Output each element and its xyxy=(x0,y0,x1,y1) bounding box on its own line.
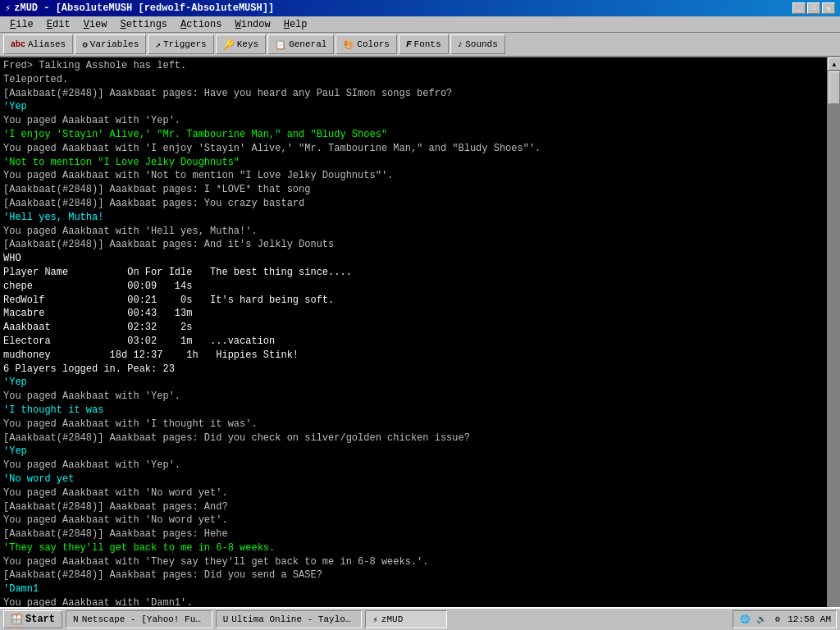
chat-wrapper: Fred> Talking Asshole has left.Teleporte… xyxy=(0,57,840,630)
toolbar-aliases-button[interactable]: abc Aliases xyxy=(3,34,73,54)
menu-actions[interactable]: Actions xyxy=(174,17,228,32)
title-bar-left: ⚡ zMUD - [AbsoluteMUSH [redwolf-Absolute… xyxy=(5,2,274,15)
zmud-label: zMUD xyxy=(381,614,403,624)
chat-line: Fred> Talking Asshole has left. xyxy=(3,59,824,73)
chat-line: [Aaakbaat(#2848)] Aaakbaat pages: Hehe xyxy=(3,527,824,541)
system-tray: 🌐 🔊 ⚙ 12:58 AM xyxy=(733,610,837,628)
aliases-label: Aliases xyxy=(28,39,66,49)
scroll-thumb[interactable] xyxy=(829,71,840,104)
toolbar-keys-button[interactable]: 🔑 Keys xyxy=(216,34,266,54)
chat-line: WHO xyxy=(3,252,824,266)
colors-icon: 🎨 xyxy=(343,39,354,50)
maximize-button[interactable]: □ xyxy=(807,2,820,14)
variables-icon: ⚙ xyxy=(82,39,88,50)
chat-line: [Aaakbaat(#2848)] Aaakbaat pages: Did yo… xyxy=(3,431,824,445)
scroll-track[interactable] xyxy=(828,71,840,630)
chat-line: You paged Aaakbaat with 'Not to mention … xyxy=(3,169,824,183)
keys-icon: 🔑 xyxy=(223,39,235,50)
taskbar-netscape[interactable]: N Netscape - [Yahoo! Full Co... xyxy=(66,610,212,628)
chat-line: Player Name On For Idle The best thing s… xyxy=(3,266,824,280)
close-button[interactable]: ✕ xyxy=(822,2,835,14)
chat-line: 'Damn1 xyxy=(3,582,824,596)
start-icon: 🪟 xyxy=(11,614,23,626)
menu-settings[interactable]: Settings xyxy=(113,17,174,32)
vertical-scrollbar[interactable]: ▲ ▼ xyxy=(827,57,840,630)
chat-line: chepe 00:09 14s xyxy=(3,280,824,294)
chat-area: Fred> Talking Asshole has left.Teleporte… xyxy=(0,57,827,630)
menu-bar: File Edit View Settings Actions Window H… xyxy=(0,16,840,33)
title-bar: ⚡ zMUD - [AbsoluteMUSH [redwolf-Absolute… xyxy=(0,0,840,16)
start-label: Start xyxy=(25,614,55,625)
general-label: General xyxy=(289,39,326,49)
chat-line: 'They say they'll get back to me in 6-8 … xyxy=(3,541,824,555)
chat-line: 'No word yet xyxy=(3,472,824,486)
toolbar-variables-button[interactable]: ⚙ Variables xyxy=(75,34,146,54)
chat-line: You paged Aaakbaat with 'Yep'. xyxy=(3,114,824,128)
chat-line: 'I thought it was xyxy=(3,404,824,418)
chat-line: Electora 03:02 1m ...vacation xyxy=(3,335,824,349)
chat-line: [Aaakbaat(#2848)] Aaakbaat pages: Did yo… xyxy=(3,568,824,582)
chat-line: 'Hell yes, Mutha! xyxy=(3,211,824,225)
chat-line: You paged Aaakbaat with 'No word yet'. xyxy=(3,514,824,527)
app-icon: ⚡ xyxy=(5,2,11,15)
title-bar-controls: _ □ ✕ xyxy=(792,2,835,14)
chat-line: mudhoney 18d 12:37 1h Hippies Stink! xyxy=(3,349,824,363)
toolbar-triggers-button[interactable]: ↗ Triggers xyxy=(148,34,213,54)
menu-edit[interactable]: Edit xyxy=(40,17,77,32)
chat-line: You paged Aaakbaat with 'Hell yes, Mutha… xyxy=(3,225,824,239)
menu-window[interactable]: Window xyxy=(228,17,276,32)
keys-label: Keys xyxy=(237,39,258,49)
window-title: zMUD - [AbsoluteMUSH [redwolf-AbsoluteMU… xyxy=(14,2,274,14)
triggers-label: Triggers xyxy=(163,39,207,49)
taskbar-ultima[interactable]: U Ultima Online - Taylor God... xyxy=(216,610,363,628)
chat-line: 'Yep xyxy=(3,376,824,390)
toolbar-fonts-button[interactable]: F Fonts xyxy=(399,34,449,54)
minimize-button[interactable]: _ xyxy=(792,2,806,14)
fonts-icon: F xyxy=(406,39,412,49)
chat-line: You paged Aaakbaat with 'Yep'. xyxy=(3,459,824,472)
toolbar: abc Aliases ⚙ Variables ↗ Triggers 🔑 Key… xyxy=(0,33,840,57)
chat-line: You paged Aaakbaat with 'Yep'. xyxy=(3,390,824,404)
chat-line: RedWolf 00:21 0s It's hard being soft. xyxy=(3,294,824,308)
chat-line: [Aaakbaat(#2848)] Aaakbaat pages: I *LOV… xyxy=(3,183,824,197)
toolbar-sounds-button[interactable]: ♪ Sounds xyxy=(450,34,505,54)
taskbar: 🪟 Start N Netscape - [Yahoo! Full Co... … xyxy=(0,607,840,630)
tray-sound-icon: 🔊 xyxy=(755,613,768,626)
chat-line: [Aaakbaat(#2848)] Aaakbaat pages: And? xyxy=(3,500,824,514)
chat-line: 'Not to mention "I Love Jelky Doughnuts" xyxy=(3,156,824,170)
tray-time: 12:58 AM xyxy=(788,614,831,624)
chat-line: Teleported. xyxy=(3,73,824,87)
chat-line: Aaakbaat 02:32 2s xyxy=(3,321,824,335)
chat-line: [Aaakbaat(#2848)] Aaakbaat pages: And it… xyxy=(3,238,824,252)
chat-line: 'I enjoy 'Stayin' Alive,' "Mr. Tambourin… xyxy=(3,128,824,142)
tray-network-icon: 🌐 xyxy=(738,613,751,626)
sounds-label: Sounds xyxy=(465,39,498,49)
tray-settings-icon: ⚙ xyxy=(771,613,784,626)
chat-line: [Aaakbaat(#2848)] Aaakbaat pages: You cr… xyxy=(3,197,824,211)
chat-line: 'Yep xyxy=(3,445,824,459)
ultima-label: Ultima Online - Taylor God... xyxy=(231,614,354,624)
ultima-icon: U xyxy=(223,614,229,624)
aliases-icon: abc xyxy=(11,40,25,49)
taskbar-zmud[interactable]: ⚡ zMUD xyxy=(365,610,447,628)
chat-line: You paged Aaakbaat with 'No word yet'. xyxy=(3,486,824,500)
fonts-label: Fonts xyxy=(414,39,441,49)
variables-label: Variables xyxy=(90,39,139,49)
netscape-icon: N xyxy=(73,614,79,624)
menu-help[interactable]: Help xyxy=(277,17,314,32)
scroll-up-button[interactable]: ▲ xyxy=(828,57,840,71)
menu-file[interactable]: File xyxy=(3,17,40,32)
toolbar-colors-button[interactable]: 🎨 Colors xyxy=(336,34,397,54)
chat-line: You paged Aaakbaat with 'I enjoy 'Stayin… xyxy=(3,142,824,156)
triggers-icon: ↗ xyxy=(155,39,161,50)
general-icon: 📋 xyxy=(275,39,286,50)
chat-line: You paged Aaakbaat with 'They say they'l… xyxy=(3,555,824,569)
colors-label: Colors xyxy=(357,39,390,49)
chat-line: [Aaakbaat(#2848)] Aaakbaat pages: Have y… xyxy=(3,87,824,101)
zmud-icon: ⚡ xyxy=(372,614,378,625)
menu-view[interactable]: View xyxy=(77,17,114,32)
chat-line: You paged Aaakbaat with 'I thought it wa… xyxy=(3,418,824,431)
chat-line: 6 Players logged in. Peak: 23 xyxy=(3,363,824,377)
start-button[interactable]: 🪟 Start xyxy=(3,610,62,628)
toolbar-general-button[interactable]: 📋 General xyxy=(267,34,334,54)
